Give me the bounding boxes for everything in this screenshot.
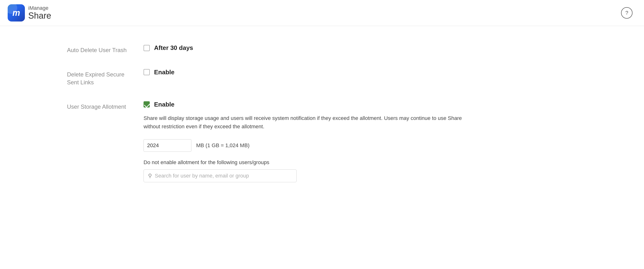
logo-icon: m bbox=[8, 4, 25, 21]
user-storage-allotment-label: User Storage Allotment bbox=[67, 94, 144, 189]
user-storage-allotment-checkbox-label: Enable bbox=[154, 101, 174, 108]
search-icon: ⚲ bbox=[148, 173, 152, 179]
auto-delete-trash-control: After 30 days bbox=[144, 37, 478, 62]
user-storage-allotment-checkbox[interactable] bbox=[144, 101, 150, 107]
delete-expired-links-control: Enable bbox=[144, 62, 478, 94]
auto-delete-trash-label: Auto Delete User Trash bbox=[67, 37, 144, 62]
user-search-box[interactable]: ⚲ Search for user by name, email or grou… bbox=[144, 169, 297, 182]
settings-grid: Auto Delete User Trash After 30 days Del… bbox=[67, 37, 478, 189]
storage-value-input[interactable] bbox=[144, 139, 192, 152]
auto-delete-trash-row: After 30 days bbox=[144, 44, 478, 52]
brand-name: iManage bbox=[28, 5, 51, 11]
storage-unit-label: MB (1 GB = 1,024 MB) bbox=[196, 142, 250, 149]
storage-description: Share will display storage usage and use… bbox=[144, 114, 478, 131]
auto-delete-trash-checkbox[interactable] bbox=[144, 45, 150, 51]
delete-expired-links-row: Enable bbox=[144, 69, 478, 76]
main-content: Auto Delete User Trash After 30 days Del… bbox=[0, 26, 478, 200]
help-icon: ? bbox=[625, 10, 628, 16]
user-storage-allotment-control: Enable Share will display storage usage … bbox=[144, 94, 478, 189]
delete-expired-links-checkbox-label: Enable bbox=[154, 69, 174, 76]
delete-expired-links-checkbox[interactable] bbox=[144, 69, 150, 75]
logo-letter: m bbox=[12, 8, 20, 18]
logo-container: m iManage Share bbox=[8, 4, 51, 21]
search-placeholder: Search for user by name, email or group bbox=[155, 173, 249, 179]
exclusion-label: Do not enable allotment for the followin… bbox=[144, 159, 478, 166]
product-name: Share bbox=[28, 11, 51, 20]
help-button[interactable]: ? bbox=[621, 7, 632, 19]
logo-text: iManage Share bbox=[28, 5, 51, 20]
user-storage-allotment-row: Enable bbox=[144, 101, 478, 108]
auto-delete-trash-checkbox-label: After 30 days bbox=[154, 44, 193, 52]
delete-expired-links-label: Delete Expired Secure Sent Links bbox=[67, 62, 144, 94]
app-header: m iManage Share ? bbox=[0, 0, 644, 26]
storage-input-row: MB (1 GB = 1,024 MB) bbox=[144, 139, 478, 152]
